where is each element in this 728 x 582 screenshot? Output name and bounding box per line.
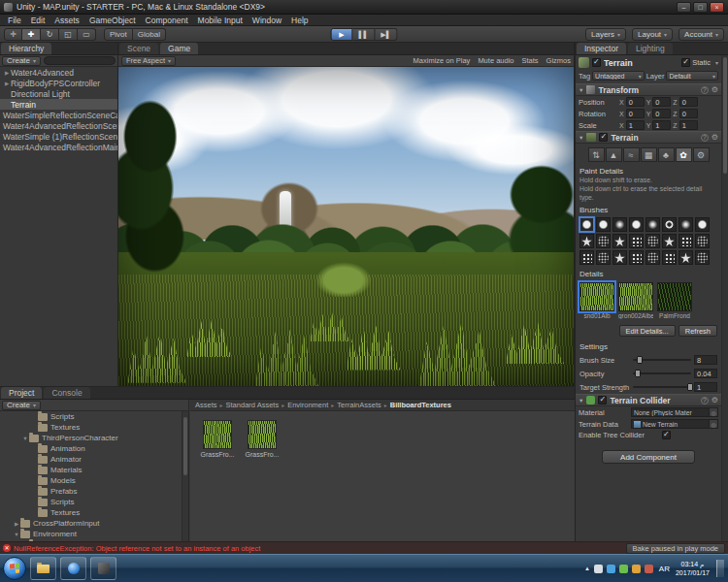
breadcrumb-item[interactable]: Environment <box>287 401 328 409</box>
brush-soft-icon[interactable] <box>612 217 627 232</box>
foldout-arrow-icon[interactable]: ▼ <box>579 398 583 404</box>
collider-enabled-checkbox[interactable] <box>598 396 607 404</box>
project-folder-row[interactable]: Scripts <box>0 411 188 422</box>
opacity-value[interactable]: 0.04 <box>694 369 717 378</box>
gear-icon[interactable]: ⚙ <box>711 133 718 142</box>
static-toggle[interactable]: Static ▾ <box>681 58 718 67</box>
project-folder-row[interactable]: ▼ThirdPersonCharacter <box>0 433 188 443</box>
project-folder-row[interactable]: Models <box>0 475 188 486</box>
hierarchy-item[interactable]: Water4AdvancedReflectionMain <box>0 142 117 152</box>
tray-icon[interactable] <box>632 565 641 573</box>
layers-dropdown[interactable]: Layers▾ <box>585 28 626 41</box>
tab-project[interactable]: Project <box>1 387 42 399</box>
taskbar-media-button[interactable] <box>60 557 86 580</box>
menu-gameobject[interactable]: GameObject <box>84 16 141 25</box>
minimize-button[interactable]: – <box>677 2 691 13</box>
stats-toggle[interactable]: Stats <box>521 56 538 65</box>
tab-inspector[interactable]: Inspector <box>577 43 626 54</box>
taskbar-explorer-button[interactable] <box>30 557 56 580</box>
menu-mobile-input[interactable]: Mobile Input <box>193 16 248 25</box>
inspector-scrollbar[interactable] <box>721 55 728 541</box>
brush-soft-icon[interactable] <box>645 217 660 232</box>
menu-window[interactable]: Window <box>248 16 286 25</box>
raise-lower-tool-icon[interactable]: ⇅ <box>588 147 605 162</box>
edit-details-button[interactable]: Edit Details... <box>619 325 676 337</box>
expand-arrow-icon[interactable]: ▶ <box>3 81 11 86</box>
paint-details-tool-icon[interactable]: ✿ <box>676 147 692 162</box>
tag-dropdown[interactable]: Untagged <box>592 71 645 81</box>
object-picker-icon[interactable] <box>709 408 717 416</box>
opacity-slider[interactable] <box>633 372 691 374</box>
help-icon[interactable] <box>701 86 709 94</box>
brush-spray-icon[interactable] <box>645 250 660 265</box>
global-toggle[interactable]: Global <box>133 28 166 41</box>
pause-button[interactable]: ▌▌ <box>353 28 376 41</box>
hierarchy-item[interactable]: Water4AdvancedReflectionScene <box>0 120 117 131</box>
tray-icon[interactable] <box>594 565 603 573</box>
console-error-message[interactable]: NullReferenceException: Object reference… <box>14 544 623 553</box>
menu-help[interactable]: Help <box>286 16 313 25</box>
brush-solid-icon[interactable] <box>695 217 710 232</box>
start-button[interactable] <box>3 557 26 580</box>
position-x-field[interactable]: 0 <box>626 97 645 107</box>
step-button[interactable]: ▶▌ <box>376 28 398 41</box>
tray-icon[interactable] <box>645 565 653 573</box>
expand-arrow-icon[interactable]: ▼ <box>21 436 29 441</box>
place-trees-tool-icon[interactable]: ♣ <box>658 147 675 162</box>
tab-hierarchy[interactable]: Hierarchy <box>1 43 51 54</box>
rect-tool-icon[interactable]: ▭ <box>78 28 96 41</box>
breadcrumb-item[interactable]: TerrainAssets <box>337 401 381 409</box>
scale-y-field[interactable]: 1 <box>652 120 671 130</box>
transform-component-header[interactable]: ▼ Transform ⚙ <box>576 83 721 96</box>
foldout-arrow-icon[interactable]: ▼ <box>579 87 583 93</box>
position-z-field[interactable]: 0 <box>679 97 698 107</box>
hierarchy-item[interactable]: Directional Light <box>0 88 117 99</box>
smooth-height-tool-icon[interactable]: ≈ <box>623 147 640 162</box>
brush-spray-icon[interactable] <box>596 250 611 265</box>
help-icon[interactable] <box>701 397 709 404</box>
aspect-dropdown[interactable]: Free Aspect▾ <box>121 56 176 66</box>
expand-arrow-icon[interactable]: ▶ <box>13 521 20 527</box>
project-folder-row[interactable]: Animation <box>0 443 188 454</box>
scrollbar-thumb[interactable] <box>723 57 727 174</box>
refresh-button[interactable]: Refresh <box>678 325 717 337</box>
gear-icon[interactable]: ⚙ <box>711 396 718 404</box>
tab-scene[interactable]: Scene <box>119 43 158 54</box>
brush-spray-icon[interactable] <box>695 250 710 265</box>
layout-dropdown[interactable]: Layout▾ <box>632 28 673 41</box>
help-icon[interactable] <box>701 134 709 142</box>
scale-tool-icon[interactable]: ◱ <box>59 28 78 41</box>
object-picker-icon[interactable] <box>709 420 717 428</box>
project-folder-row[interactable]: Materials <box>0 465 188 475</box>
rotation-y-field[interactable]: 0 <box>652 109 671 118</box>
project-folder-row[interactable]: Prefabs <box>0 486 188 497</box>
static-checkbox[interactable] <box>681 58 690 67</box>
brush-size-value[interactable]: 8 <box>694 355 717 365</box>
bake-status-button[interactable]: Bake paused in play mode <box>626 543 725 554</box>
slider-knob[interactable] <box>635 370 641 377</box>
material-field[interactable]: None (Physic Mater <box>631 407 718 417</box>
menu-edit[interactable]: Edit <box>26 16 50 25</box>
breadcrumb-item[interactable]: Standard Assets <box>226 401 280 409</box>
brush-dots-icon[interactable] <box>629 250 644 265</box>
slider-knob[interactable] <box>637 356 643 364</box>
account-dropdown[interactable]: Account▾ <box>678 28 724 41</box>
layer-dropdown[interactable]: Default <box>666 71 718 81</box>
brush-dots-icon[interactable] <box>678 234 693 248</box>
project-folder-row[interactable]: Animator <box>0 454 188 465</box>
hand-tool-icon[interactable]: ✛ <box>4 28 22 41</box>
show-desktop-button[interactable] <box>716 560 724 578</box>
tab-lighting[interactable]: Lighting <box>628 43 673 54</box>
brush-ring-icon[interactable] <box>662 217 677 232</box>
brush-star-icon[interactable] <box>662 234 677 248</box>
foldout-arrow-icon[interactable]: ▼ <box>579 135 583 141</box>
gear-icon[interactable]: ⚙ <box>711 85 718 94</box>
scrollbar-thumb[interactable] <box>183 417 187 475</box>
brush-spray-icon[interactable] <box>596 234 611 248</box>
taskbar-unity-button[interactable] <box>90 557 116 580</box>
menu-component[interactable]: Component <box>141 16 193 25</box>
rotation-x-field[interactable]: 0 <box>626 109 645 118</box>
project-folder-row[interactable]: ▼Environment <box>0 529 188 539</box>
maximize-button[interactable]: □ <box>693 2 708 13</box>
brush-spray-icon[interactable] <box>695 234 710 248</box>
